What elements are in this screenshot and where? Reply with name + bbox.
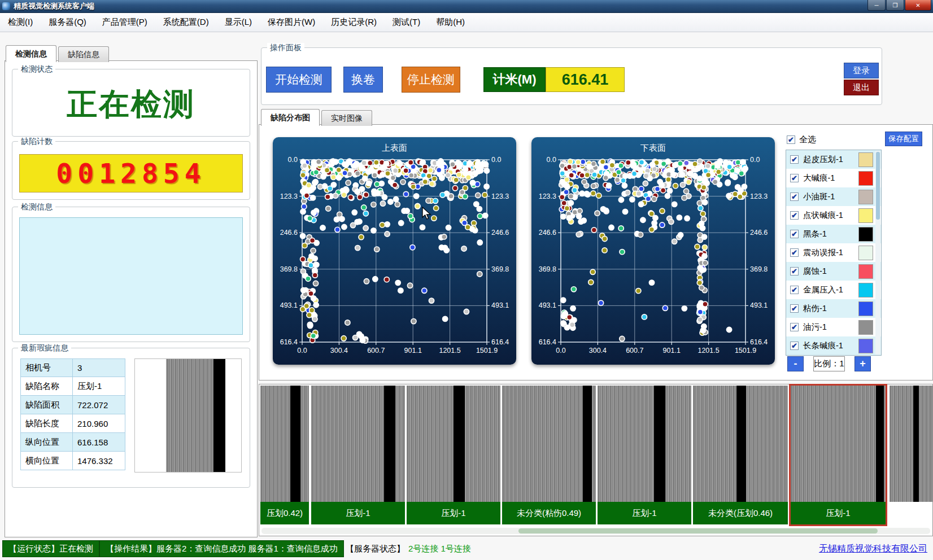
svg-text:493.1: 493.1 bbox=[491, 301, 509, 309]
scatter-plot: 下表面0.00.00.0123.3123.3300.4246.6246.6600… bbox=[531, 137, 775, 365]
menu-item[interactable]: 保存图片(W) bbox=[260, 13, 323, 32]
change-roll-button[interactable]: 换卷 bbox=[343, 67, 383, 93]
defect-color-swatch bbox=[858, 171, 873, 186]
logout-button[interactable]: 退出 bbox=[844, 80, 879, 95]
thumbnail-scrollbar-thumb[interactable] bbox=[518, 528, 878, 533]
legend-scrollbar[interactable] bbox=[875, 151, 880, 355]
defect-thumbnail[interactable]: 未分类(粘伤0.49) bbox=[502, 386, 596, 524]
defect-type-checkbox[interactable]: ✔ bbox=[790, 155, 799, 164]
table-key: 缺陷长度 bbox=[20, 414, 72, 433]
defect-type-checkbox[interactable]: ✔ bbox=[790, 286, 799, 294]
group-latest-defect: 最新瑕疵信息 相机号3缺陷名称压划-1缺陷面积722.072缺陷长度210.96… bbox=[12, 348, 250, 488]
defect-thumbnail[interactable]: 压划-1 bbox=[311, 386, 405, 524]
defect-thumbnail-image bbox=[260, 386, 309, 502]
latest-defect-image bbox=[134, 358, 242, 473]
defect-type-row[interactable]: ✔点状碱痕-1 bbox=[786, 206, 881, 225]
defect-type-checkbox[interactable]: ✔ bbox=[790, 193, 799, 201]
defect-type-checkbox[interactable]: ✔ bbox=[790, 304, 799, 313]
menu-item[interactable]: 帮助(H) bbox=[428, 13, 473, 32]
defect-type-checkbox[interactable]: ✔ bbox=[790, 267, 799, 275]
table-value: 210.960 bbox=[72, 414, 125, 433]
svg-text:369.8: 369.8 bbox=[539, 265, 556, 273]
save-config-button[interactable]: 保存配置 bbox=[885, 132, 922, 146]
defect-thumbnail[interactable]: 未分类(压划0.46) bbox=[693, 386, 788, 524]
svg-text:616.4: 616.4 bbox=[280, 338, 298, 346]
scale-minus-button[interactable]: - bbox=[787, 356, 804, 371]
defect-type-checkbox[interactable]: ✔ bbox=[790, 248, 799, 257]
menu-item[interactable]: 历史记录(R) bbox=[323, 13, 385, 32]
detect-info-box bbox=[19, 217, 243, 335]
menu-item[interactable]: 服务器(Q) bbox=[41, 13, 94, 32]
defect-type-row[interactable]: ✔粘伤-1 bbox=[786, 299, 881, 318]
defect-thumbnail[interactable]: 压划-1 bbox=[598, 386, 691, 524]
defect-thumbnail-strip: 压划0.42)压划-1压划-1未分类(粘伤0.49)压划-1未分类(压划0.46… bbox=[259, 384, 933, 536]
thumbnail-scrollbar[interactable] bbox=[261, 528, 930, 534]
app-logo-icon bbox=[2, 2, 10, 10]
defect-type-label: 大碱痕-1 bbox=[803, 173, 858, 183]
scatter-plot: 上表面0.00.00.0123.3123.3300.4246.6246.6600… bbox=[273, 137, 516, 365]
defect-type-checkbox[interactable]: ✔ bbox=[790, 174, 799, 182]
start-detect-button[interactable]: 开始检测 bbox=[266, 67, 332, 93]
defect-type-label: 金属压入-1 bbox=[803, 285, 858, 295]
menu-item[interactable]: 系统配置(D) bbox=[155, 13, 217, 32]
svg-text:123.3: 123.3 bbox=[280, 193, 298, 200]
defect-type-row[interactable]: ✔震动误报-1 bbox=[786, 243, 881, 262]
menu-item[interactable]: 产品管理(P) bbox=[94, 13, 155, 32]
defect-type-row[interactable]: ✔大碱痕-1 bbox=[786, 169, 881, 187]
legend-scrollbar-thumb[interactable] bbox=[876, 152, 880, 220]
defect-type-row[interactable]: ✔油污-1 bbox=[786, 318, 881, 336]
chart-upper-surface: 上表面0.00.00.0123.3123.3300.4246.6246.6600… bbox=[273, 137, 516, 365]
tab-defect-info[interactable]: 缺陷信息 bbox=[58, 46, 109, 62]
defect-color-swatch bbox=[858, 246, 873, 260]
svg-text:123.3: 123.3 bbox=[491, 193, 509, 200]
scale-plus-button[interactable]: + bbox=[854, 356, 871, 371]
svg-text:901.1: 901.1 bbox=[663, 347, 681, 355]
svg-text:246.6: 246.6 bbox=[750, 229, 768, 237]
svg-text:616.4: 616.4 bbox=[750, 338, 768, 346]
defect-thumbnail-image bbox=[890, 386, 932, 502]
defect-thumbnail[interactable] bbox=[890, 386, 932, 524]
svg-text:123.3: 123.3 bbox=[539, 193, 556, 200]
defect-map-panel: 上表面0.00.00.0123.3123.3300.4246.6246.6600… bbox=[259, 124, 933, 380]
svg-text:616.4: 616.4 bbox=[539, 338, 556, 346]
defect-type-row[interactable]: ✔起皮压划-1 bbox=[786, 150, 881, 169]
tab-live-image[interactable]: 实时图像 bbox=[321, 110, 372, 126]
menu-bar: 检测(I)服务器(Q)产品管理(P)系统配置(D)显示(L)保存图片(W)历史记… bbox=[0, 13, 933, 32]
login-button[interactable]: 登录 bbox=[844, 63, 879, 78]
defect-type-row[interactable]: ✔黑条-1 bbox=[786, 225, 881, 243]
menu-item[interactable]: 检测(I) bbox=[0, 13, 41, 32]
menu-item[interactable]: 显示(L) bbox=[217, 13, 260, 32]
maximize-button[interactable]: ❐ bbox=[886, 0, 904, 11]
defect-type-row[interactable]: ✔长条碱痕-1 bbox=[786, 336, 881, 355]
tab-detect-info[interactable]: 检测信息 bbox=[6, 45, 56, 62]
run-status: 【运行状态】正在检测 bbox=[2, 540, 99, 557]
stop-detect-button[interactable]: 停止检测 bbox=[402, 67, 460, 93]
defect-thumbnail[interactable]: 压划-1 bbox=[407, 386, 500, 524]
svg-text:1501.9: 1501.9 bbox=[476, 347, 498, 355]
defect-type-checkbox[interactable]: ✔ bbox=[790, 230, 799, 238]
svg-text:300.4: 300.4 bbox=[589, 347, 607, 355]
group-latest-defect-label: 最新瑕疵信息 bbox=[18, 343, 71, 353]
defect-type-row[interactable]: ✔金属压入-1 bbox=[786, 281, 881, 299]
left-tab-strip: 检测信息 缺陷信息 bbox=[6, 45, 111, 62]
defect-thumbnail[interactable]: 压划0.42) bbox=[260, 386, 309, 524]
defect-type-label: 震动误报-1 bbox=[803, 247, 858, 258]
defect-thumbnail[interactable]: 压划-1 bbox=[791, 386, 886, 524]
group-defect-count-label: 缺陷计数 bbox=[18, 137, 55, 147]
defect-type-checkbox[interactable]: ✔ bbox=[790, 211, 799, 220]
tab-defect-map[interactable]: 缺陷分布图 bbox=[261, 109, 320, 126]
operation-panel: 操作面板 开始检测 换卷 停止检测 计米(M) 616.41 登录 退出 bbox=[261, 47, 882, 105]
company-link[interactable]: 无锡精质视觉科技有限公司 bbox=[819, 543, 927, 555]
minimize-button[interactable]: ─ bbox=[867, 0, 886, 11]
select-all-checkbox[interactable]: ✔ bbox=[787, 135, 795, 144]
defect-type-checkbox[interactable]: ✔ bbox=[790, 342, 799, 350]
defect-type-row[interactable]: ✔小油斑-1 bbox=[786, 187, 881, 206]
defect-type-list: ✔起皮压划-1✔大碱痕-1✔小油斑-1✔点状碱痕-1✔黑条-1✔震动误报-1✔腐… bbox=[786, 150, 882, 356]
defect-type-checkbox[interactable]: ✔ bbox=[790, 323, 799, 331]
svg-text:493.1: 493.1 bbox=[539, 301, 556, 309]
table-key: 缺陷面积 bbox=[20, 396, 72, 414]
defect-type-row[interactable]: ✔腐蚀-1 bbox=[786, 262, 881, 281]
close-button[interactable]: ✕ bbox=[905, 0, 931, 11]
menu-item[interactable]: 测试(T) bbox=[385, 13, 428, 32]
meter-value: 616.41 bbox=[546, 67, 625, 92]
